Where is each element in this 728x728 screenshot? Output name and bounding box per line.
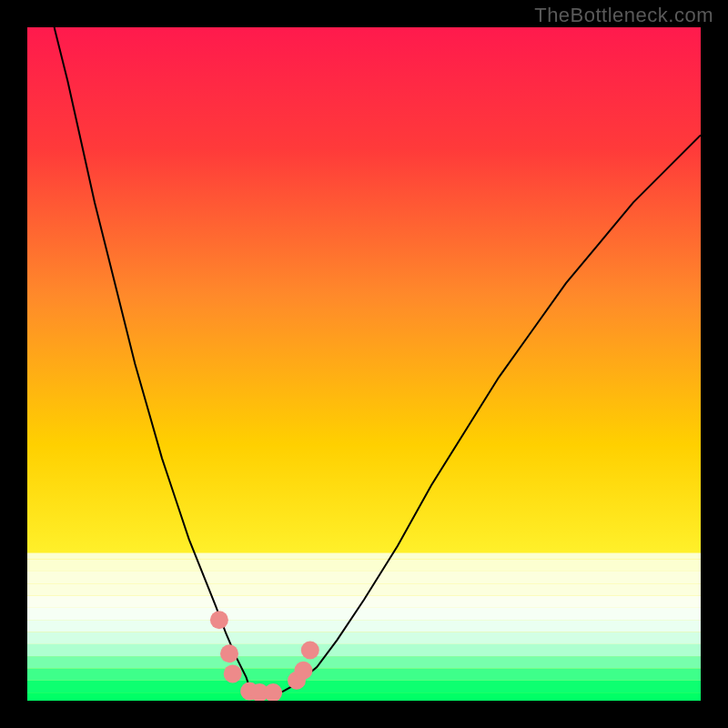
marker-dot <box>301 642 319 660</box>
svg-rect-12 <box>27 693 701 701</box>
svg-rect-11 <box>27 681 701 693</box>
marker-dot <box>224 664 242 682</box>
svg-rect-4 <box>27 596 701 608</box>
plot-area <box>27 27 701 701</box>
svg-rect-9 <box>27 656 701 668</box>
outer-frame: TheBottleneck.com <box>0 0 728 728</box>
svg-rect-1 <box>27 560 701 571</box>
svg-rect-8 <box>27 644 701 656</box>
svg-rect-10 <box>27 668 701 680</box>
bottom-bands <box>27 553 701 701</box>
svg-rect-2 <box>27 571 701 583</box>
marker-dot <box>220 644 238 662</box>
marker-dot <box>210 611 228 629</box>
svg-rect-0 <box>27 553 701 560</box>
chart-svg <box>27 27 701 701</box>
watermark-text: TheBottleneck.com <box>534 4 713 27</box>
marker-dot <box>294 662 312 680</box>
svg-rect-7 <box>27 632 701 644</box>
svg-rect-3 <box>27 583 701 595</box>
svg-rect-6 <box>27 620 701 632</box>
svg-rect-5 <box>27 608 701 620</box>
